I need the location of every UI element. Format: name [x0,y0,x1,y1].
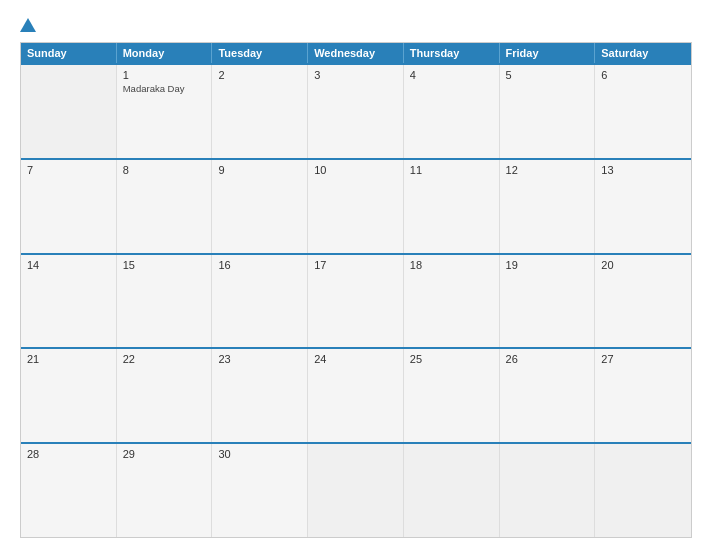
cal-cell: 20 [595,255,691,348]
day-number: 30 [218,448,301,460]
day-number: 15 [123,259,206,271]
day-number: 25 [410,353,493,365]
day-number: 22 [123,353,206,365]
cal-header-monday: Monday [117,43,213,63]
calendar-body: 1Madaraka Day234567891011121314151617181… [21,63,691,537]
day-number: 26 [506,353,589,365]
day-number: 5 [506,69,589,81]
cal-week-4: 21222324252627 [21,347,691,442]
day-number: 1 [123,69,206,81]
day-number: 27 [601,353,685,365]
cal-cell: 25 [404,349,500,442]
day-number: 28 [27,448,110,460]
cal-cell: 19 [500,255,596,348]
cal-cell [308,444,404,537]
cal-cell: 1Madaraka Day [117,65,213,158]
logo-blue-row [20,18,38,32]
cal-cell: 12 [500,160,596,253]
cal-cell: 22 [117,349,213,442]
cal-cell: 27 [595,349,691,442]
cal-week-5: 282930 [21,442,691,537]
day-number: 19 [506,259,589,271]
cal-cell: 9 [212,160,308,253]
cal-header-friday: Friday [500,43,596,63]
day-number: 4 [410,69,493,81]
day-number: 8 [123,164,206,176]
calendar-header-row: SundayMondayTuesdayWednesdayThursdayFrid… [21,43,691,63]
cal-cell: 6 [595,65,691,158]
day-number: 13 [601,164,685,176]
cal-cell: 10 [308,160,404,253]
cal-cell: 26 [500,349,596,442]
day-number: 10 [314,164,397,176]
header [20,18,692,32]
day-number: 6 [601,69,685,81]
cal-cell: 18 [404,255,500,348]
cal-cell [404,444,500,537]
cal-header-wednesday: Wednesday [308,43,404,63]
cal-header-saturday: Saturday [595,43,691,63]
logo-triangle-icon [20,18,36,32]
day-number: 14 [27,259,110,271]
day-number: 18 [410,259,493,271]
cal-cell: 23 [212,349,308,442]
logo [20,18,38,32]
day-number: 9 [218,164,301,176]
page: SundayMondayTuesdayWednesdayThursdayFrid… [0,0,712,550]
day-number: 3 [314,69,397,81]
cal-cell: 15 [117,255,213,348]
day-number: 21 [27,353,110,365]
day-number: 20 [601,259,685,271]
day-number: 12 [506,164,589,176]
day-number: 7 [27,164,110,176]
cal-cell [21,65,117,158]
cal-cell: 13 [595,160,691,253]
cal-cell: 4 [404,65,500,158]
day-number: 11 [410,164,493,176]
day-number: 16 [218,259,301,271]
cal-cell: 2 [212,65,308,158]
cal-cell: 3 [308,65,404,158]
cal-header-thursday: Thursday [404,43,500,63]
cal-header-tuesday: Tuesday [212,43,308,63]
day-number: 23 [218,353,301,365]
cal-cell: 11 [404,160,500,253]
day-number: 24 [314,353,397,365]
cal-week-2: 78910111213 [21,158,691,253]
cal-cell: 24 [308,349,404,442]
day-number: 29 [123,448,206,460]
cal-cell: 21 [21,349,117,442]
cal-header-sunday: Sunday [21,43,117,63]
cal-cell: 28 [21,444,117,537]
calendar: SundayMondayTuesdayWednesdayThursdayFrid… [20,42,692,538]
cal-cell: 16 [212,255,308,348]
cal-cell [595,444,691,537]
cal-week-1: 1Madaraka Day23456 [21,63,691,158]
cal-cell: 29 [117,444,213,537]
day-number: 2 [218,69,301,81]
day-number: 17 [314,259,397,271]
cal-cell: 14 [21,255,117,348]
cal-week-3: 14151617181920 [21,253,691,348]
event-label: Madaraka Day [123,83,206,95]
cal-cell: 5 [500,65,596,158]
cal-cell: 17 [308,255,404,348]
cal-cell: 7 [21,160,117,253]
cal-cell [500,444,596,537]
cal-cell: 8 [117,160,213,253]
cal-cell: 30 [212,444,308,537]
